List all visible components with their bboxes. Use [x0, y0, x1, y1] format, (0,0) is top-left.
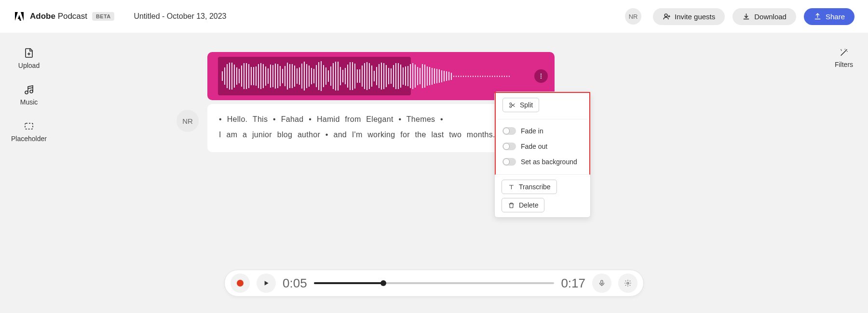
- magic-wand-icon: [839, 47, 849, 58]
- sidebar-item-music[interactable]: Music: [20, 84, 38, 106]
- trash-icon: [508, 202, 515, 209]
- sidebar-item-filters[interactable]: Filters: [835, 47, 853, 68]
- play-icon: [262, 279, 270, 287]
- progress-handle[interactable]: [380, 280, 386, 286]
- header-bar: Adobe Podcast BETA Untitled - October 13…: [0, 0, 868, 33]
- user-avatar[interactable]: NR: [625, 8, 641, 25]
- fade-in-toggle[interactable]: [502, 127, 516, 135]
- svg-rect-9: [601, 280, 603, 284]
- gear-icon: [624, 279, 632, 287]
- delete-button[interactable]: Delete: [502, 198, 544, 212]
- play-button[interactable]: [257, 274, 276, 293]
- transcribe-button[interactable]: Transcribe: [502, 180, 557, 194]
- set-background-toggle-row: Set as background: [502, 154, 583, 170]
- svg-point-1: [25, 91, 28, 94]
- current-time: 0:05: [283, 276, 307, 291]
- share-icon: [814, 13, 822, 21]
- svg-point-5: [541, 76, 542, 77]
- brand-logo: Adobe Podcast BETA: [14, 11, 114, 22]
- scissors-icon: [509, 102, 516, 109]
- more-vertical-icon: [538, 73, 544, 79]
- music-note-icon: [23, 84, 35, 95]
- waveform-bars: [222, 62, 510, 91]
- record-button[interactable]: [231, 274, 250, 293]
- fade-out-toggle-row: Fade out: [502, 139, 583, 154]
- mic-button[interactable]: [592, 274, 611, 293]
- fade-in-toggle-row: Fade in: [502, 123, 583, 139]
- clip-more-button[interactable]: [534, 69, 548, 83]
- speaker-avatar: NR: [176, 110, 199, 132]
- fade-out-toggle[interactable]: [502, 143, 516, 150]
- svg-point-0: [665, 13, 667, 16]
- clip-context-menu: Split Fade in Fade out Set as background…: [494, 91, 591, 218]
- split-button[interactable]: Split: [502, 98, 539, 112]
- person-add-icon: [663, 13, 671, 21]
- adobe-logo-icon: [14, 11, 25, 22]
- svg-point-4: [541, 74, 542, 75]
- placeholder-icon: [23, 120, 35, 132]
- right-sidebar: Filters: [820, 33, 868, 68]
- context-menu-highlighted-section: Split Fade in Fade out Set as background: [495, 92, 590, 175]
- download-icon: [742, 13, 750, 21]
- total-time: 0:17: [561, 276, 585, 291]
- brand-name: Adobe Podcast: [30, 12, 87, 21]
- mic-icon: [598, 279, 606, 287]
- player-bar: 0:05 0:17: [224, 270, 644, 297]
- progress-fill: [314, 282, 384, 284]
- set-background-toggle[interactable]: [502, 158, 516, 166]
- progress-bar[interactable]: [314, 282, 555, 284]
- document-title[interactable]: Untitled - October 13, 2023: [134, 12, 226, 21]
- context-menu-actions-section: Transcribe Delete: [495, 175, 590, 217]
- svg-point-10: [627, 282, 629, 284]
- text-icon: [508, 183, 515, 191]
- download-button[interactable]: Download: [732, 8, 796, 25]
- settings-button[interactable]: [618, 274, 637, 293]
- invite-guests-button[interactable]: Invite guests: [653, 8, 725, 25]
- sidebar-item-placeholder[interactable]: Placeholder: [11, 120, 47, 143]
- svg-rect-3: [25, 123, 33, 129]
- left-sidebar: Upload Music Placeholder: [0, 33, 58, 143]
- svg-point-2: [30, 90, 33, 93]
- record-icon: [237, 280, 244, 287]
- beta-badge: BETA: [92, 12, 114, 21]
- svg-point-6: [541, 78, 542, 78]
- sidebar-item-upload[interactable]: Upload: [18, 47, 40, 69]
- share-button[interactable]: Share: [804, 8, 854, 25]
- upload-file-icon: [23, 47, 35, 59]
